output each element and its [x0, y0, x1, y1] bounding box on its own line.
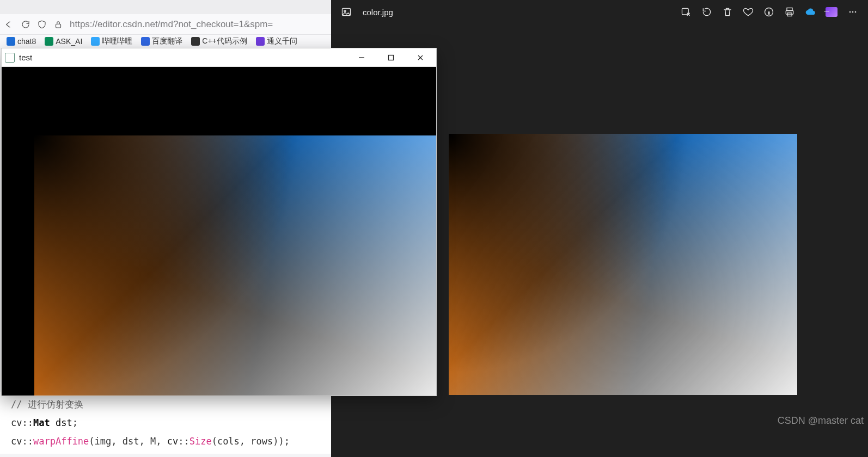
bookmark-item[interactable]: 哔哩哔哩 [91, 36, 132, 46]
rotate-icon[interactable] [701, 7, 712, 17]
svg-rect-0 [56, 24, 61, 28]
code-comment: // 进行仿射变换 [11, 395, 320, 413]
close-button[interactable] [408, 48, 433, 67]
code-line-2: cv::warpAffine(img, dst, M, cv::Size(col… [11, 432, 320, 450]
cloud-icon[interactable] [805, 7, 816, 17]
photos-image[interactable] [449, 134, 797, 395]
svg-rect-11 [389, 55, 394, 60]
bookmark-favicon [141, 37, 150, 46]
bookmark-favicon [91, 37, 100, 46]
svg-point-2 [344, 10, 346, 12]
minimize-button[interactable] [349, 48, 374, 67]
photos-filename: color.jpg [363, 8, 393, 17]
back-icon[interactable] [4, 20, 14, 29]
bookmark-item[interactable]: 百度翻译 [141, 36, 182, 46]
browser-toolbar: https://editor.csdn.net/md?not_checkout=… [0, 14, 331, 35]
photos-header: color.jpg [331, 0, 868, 24]
gradient-image-content [34, 135, 436, 396]
image-file-icon[interactable] [341, 7, 352, 17]
bookmark-favicon [45, 37, 53, 46]
svg-point-10 [855, 11, 857, 13]
bookmark-label: C++代码示例 [202, 36, 247, 46]
bookmark-item[interactable]: C++代码示例 [191, 36, 247, 46]
more-icon[interactable] [847, 7, 858, 17]
gradient-image-content [449, 134, 797, 395]
bookmark-label: 百度翻译 [152, 36, 182, 46]
code-line-1: cv::Mat dst; [11, 413, 320, 432]
reload-icon[interactable] [21, 20, 30, 29]
bookmark-item[interactable]: chat8 [7, 37, 36, 46]
svg-point-8 [849, 11, 851, 13]
bookmark-favicon [191, 37, 200, 46]
shield-icon[interactable] [37, 20, 47, 29]
bookmark-favicon [7, 37, 15, 46]
maximize-button[interactable] [378, 48, 404, 67]
edit-icon[interactable] [681, 7, 692, 17]
info-icon[interactable] [763, 7, 774, 17]
svg-point-9 [852, 11, 854, 13]
opencv-app-icon [5, 53, 15, 63]
opencv-output-image [34, 135, 436, 396]
bookmark-item[interactable]: ASK_AI [45, 37, 82, 46]
bookmark-label: ASK_AI [56, 37, 82, 46]
opencv-test-window[interactable]: test [1, 48, 437, 396]
heart-icon[interactable] [743, 7, 754, 17]
minimize-button[interactable] [816, 3, 838, 20]
bookmark-label: 通义千问 [267, 36, 297, 46]
url-bar[interactable]: https://editor.csdn.net/md?not_checkout=… [70, 19, 327, 30]
bookmark-item[interactable]: 通义千问 [256, 36, 297, 46]
svg-rect-1 [343, 8, 351, 15]
browser-tabstrip[interactable] [0, 0, 331, 14]
print-icon[interactable] [784, 7, 795, 17]
trash-icon[interactable] [722, 7, 733, 17]
opencv-titlebar[interactable]: test [2, 48, 436, 67]
bookmark-label: 哔哩哔哩 [102, 36, 132, 46]
watermark: CSDN @master cat [778, 415, 864, 427]
bookmark-favicon [256, 37, 265, 46]
bookmarks-bar: chat8ASK_AI哔哩哔哩百度翻译C++代码示例通义千问 [0, 35, 331, 48]
code-editor: // 进行仿射变换 cv::Mat dst; cv::warpAffine(im… [0, 392, 331, 454]
opencv-window-title: test [19, 53, 32, 62]
opencv-canvas [2, 67, 436, 396]
lock-icon[interactable] [53, 20, 63, 29]
svg-rect-5 [787, 8, 792, 11]
bookmark-label: chat8 [17, 37, 36, 46]
